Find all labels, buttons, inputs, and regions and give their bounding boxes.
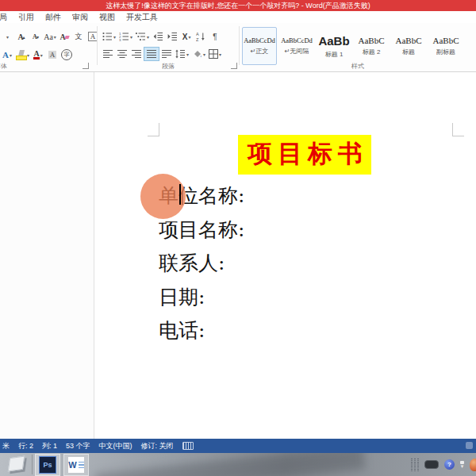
asian-layout-button[interactable]: X▾ [179, 29, 194, 44]
grow-font-button[interactable]: A▴ [14, 29, 29, 44]
line-spacing-button[interactable]: ▾ [174, 47, 190, 61]
tray-partial-red-icon[interactable] [470, 459, 476, 471]
align-center-button[interactable] [115, 47, 129, 61]
highlight-color-button[interactable]: ▾ [14, 48, 31, 62]
style-card-title[interactable]: AaBbC 标题 [391, 27, 426, 65]
align-right-icon [132, 49, 142, 59]
distributed-button[interactable] [159, 47, 174, 61]
word-icon: W [68, 457, 84, 473]
ribbon-separator [239, 26, 240, 65]
status-track-changes[interactable]: 修订: 关闭 [141, 441, 174, 451]
tray-pill-icon[interactable] [424, 460, 439, 469]
shading-button[interactable]: ▾ [190, 47, 207, 61]
style-card-heading1[interactable]: AaBb 标题 1 [317, 27, 351, 65]
window-title: 这样太慢了!像这样的文字在排版时,您还在一个一个敲对齐吗? - Word(产品激… [106, 2, 370, 10]
field-project-name[interactable]: 项目名称: [159, 216, 244, 250]
text-effects-button[interactable]: A▾ [0, 48, 14, 62]
line-spacing-icon [175, 49, 186, 59]
status-language[interactable]: 中文(中国) [99, 441, 132, 451]
status-bar: 米 行: 2 列: 1 53 个字 中文(中国) 修订: 关闭 [0, 439, 476, 453]
align-center-icon [117, 49, 128, 59]
justify-icon [147, 49, 157, 59]
paint-bucket-icon [192, 49, 202, 59]
shrink-font-button[interactable]: A▾ [29, 29, 43, 44]
increase-indent-icon [167, 32, 178, 41]
field-contact-person[interactable]: 联系人: [159, 249, 244, 283]
help-icon[interactable]: ? [444, 459, 455, 470]
font-dialog-launcher[interactable] [83, 63, 89, 69]
status-word-count[interactable]: 53 个字 [66, 441, 90, 451]
multilevel-list-button[interactable]: ▾ [134, 29, 151, 44]
tab-view[interactable]: 视图 [99, 12, 115, 23]
show-marks-button[interactable]: ¶ [208, 29, 222, 44]
font-size-dropdown[interactable]: ▾ [0, 29, 14, 44]
tab-review[interactable]: 审阅 [72, 12, 88, 23]
word-doc-lines [79, 462, 84, 469]
character-shading-button[interactable]: A [45, 48, 60, 62]
document-area: 项目标书 单位名称: 项目名称: 联系人: 日期: 电话: [0, 72, 476, 439]
decrease-indent-button[interactable] [151, 29, 165, 44]
sort-icon: AZ [196, 32, 205, 41]
character-border-button[interactable]: A [86, 29, 100, 44]
numbering-button[interactable]: 123 ▾ [117, 29, 134, 44]
tab-mailings[interactable]: 邮件 [45, 12, 61, 23]
status-partial-cm: 米 [2, 441, 10, 451]
paragraph-dialog-launcher[interactable] [231, 63, 237, 69]
distributed-icon [162, 49, 172, 59]
tray-area: ? ▾ [410, 453, 476, 476]
margin-crop-mark-right [452, 123, 464, 136]
font-group-row2: A▾ ▾ A▾ A 字 [0, 48, 97, 62]
borders-grid-icon [209, 49, 218, 59]
grip-dots-icon[interactable] [410, 458, 419, 471]
style-card-subtitle[interactable]: AaBbC 副标题 [428, 27, 463, 65]
taskbar-photoshop-button[interactable]: Ps [35, 454, 60, 476]
increase-indent-button[interactable] [165, 29, 179, 44]
keyboard-status-icon[interactable] [182, 442, 194, 450]
style-card-normal[interactable]: AaBbCcDd ↵正文 [242, 27, 277, 65]
align-right-button[interactable] [129, 47, 144, 61]
field-phone[interactable]: 电话: [159, 317, 244, 351]
highlighter-icon [16, 50, 26, 60]
phonetic-guide-button[interactable]: 文 [71, 29, 86, 44]
status-right-icon[interactable] [466, 442, 473, 449]
change-case-button[interactable]: Aa▾ [43, 29, 57, 44]
enclose-characters-button[interactable]: 字 [60, 48, 74, 62]
style-card-partial[interactable]: A [466, 27, 476, 65]
font-group-label: 字体 [0, 62, 7, 71]
ribbon-separator [97, 26, 98, 65]
show-desktop-tile-icon[interactable] [6, 455, 27, 473]
status-line-number: 行: 2 [18, 441, 33, 451]
taskbar-word-button[interactable]: W [63, 454, 89, 476]
desktop-strip: Ps W ? ▾ [0, 453, 476, 476]
document-title-text[interactable]: 项目标书 [238, 135, 371, 175]
decrease-indent-icon [153, 32, 163, 41]
status-column-number: 列: 1 [42, 441, 57, 451]
sort-button[interactable]: AZ [194, 29, 208, 44]
paragraph-group-row1: ▾ 123 ▾ ▾ X▾ AZ ¶ [101, 29, 239, 44]
ribbon-tab-row: 页面布局 引用 邮件 审阅 视图 开发工具 [0, 11, 476, 23]
styles-gallery: AaBbCcDd ↵正文 AaBbCcDd ↵无间隔 AaBb 标题 1 AaB… [242, 27, 476, 65]
font-color-button[interactable]: A▾ [31, 48, 45, 62]
tab-developer[interactable]: 开发工具 [126, 12, 158, 23]
multilevel-list-icon [136, 32, 146, 41]
tab-page-layout[interactable]: 页面布局 [0, 12, 7, 23]
align-left-button[interactable] [101, 47, 115, 61]
numbered-list-icon: 123 [119, 32, 129, 41]
clear-formatting-button[interactable]: A [57, 29, 71, 44]
bullet-list-icon [102, 32, 113, 41]
svg-text:3: 3 [119, 38, 121, 41]
tray-arrow-icon[interactable]: ▾ [460, 461, 464, 468]
style-card-no-spacing[interactable]: AaBbCcDd ↵无间隔 [279, 27, 314, 65]
ribbon: ▾ A▴ A▾ Aa▾ A 文 A A▾ ▾ A▾ A 字 字体 ▾ 123 ▾… [0, 23, 476, 72]
paragraph-group-row2: ▾ ▾ ▾ [101, 47, 239, 61]
style-card-heading2[interactable]: AaBbC 标题 2 [354, 27, 389, 65]
window-titlebar[interactable]: 这样太慢了!像这样的文字在排版时,您还在一个一个敲对齐吗? - Word(产品激… [0, 0, 476, 11]
svg-text:A: A [196, 32, 199, 36]
align-left-icon [103, 49, 113, 59]
bullets-button[interactable]: ▾ [101, 29, 117, 44]
styles-group-label: 样式 [351, 62, 364, 71]
justify-button[interactable] [144, 47, 159, 61]
tab-references[interactable]: 引用 [18, 12, 34, 23]
field-date[interactable]: 日期: [159, 283, 244, 317]
borders-button[interactable]: ▾ [207, 47, 223, 61]
